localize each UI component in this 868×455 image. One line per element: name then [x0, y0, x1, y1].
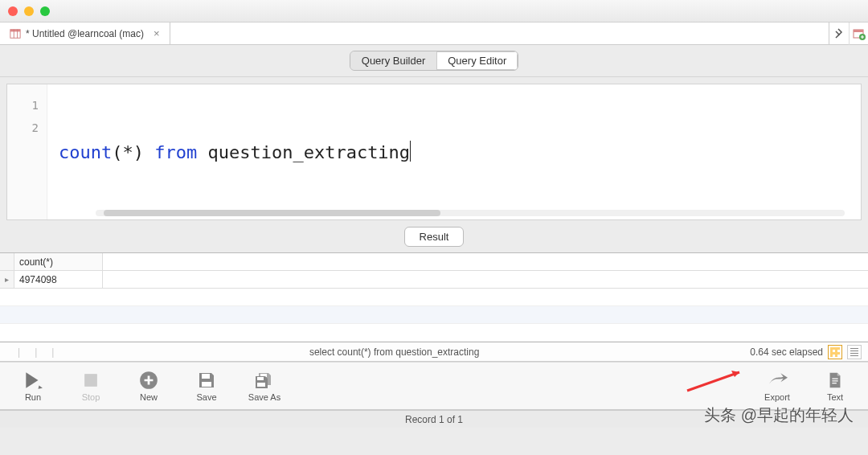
tab-title: * Untitled @learncoal (mac): [26, 28, 144, 39]
run-button[interactable]: Run: [14, 370, 51, 402]
grid-empty-row: [0, 324, 868, 342]
document-icon: [824, 370, 846, 391]
save-as-button[interactable]: Save As: [246, 370, 283, 402]
elapsed-time: 0.64 sec elapsed: [750, 346, 823, 358]
line-number: 1: [7, 94, 47, 117]
text-button[interactable]: Text: [817, 370, 854, 402]
code-text: question_extracting: [197, 142, 410, 162]
share-icon: [766, 370, 788, 391]
document-tab[interactable]: * Untitled @learncoal (mac) ×: [0, 23, 170, 44]
query-infobar: ||| select count(*) from question_extrac…: [0, 342, 868, 362]
record-status: Record 1 of 1: [405, 414, 463, 425]
grid-header-row: count(*): [0, 253, 868, 271]
svg-rect-7: [85, 375, 97, 387]
executed-query-text: select count(*) from question_extracting: [39, 346, 750, 358]
editor-container: 1 2 count(*) from question_extracting: [0, 77, 868, 220]
statusbar: Record 1 of 1: [0, 410, 868, 428]
result-grid: count(*) ▸ 4974098: [0, 252, 868, 342]
row-marker-header: [0, 253, 14, 270]
sql-editor[interactable]: 1 2 count(*) from question_extracting: [6, 84, 862, 220]
field-separators: |||: [6, 346, 39, 358]
line-gutter: 1 2: [7, 84, 47, 219]
svg-rect-12: [257, 377, 264, 380]
text-cursor: [410, 141, 411, 162]
code-keyword: from: [154, 142, 197, 162]
action-toolbar: Run Stop New Save Save As Export: [0, 362, 868, 410]
svg-rect-9: [202, 374, 210, 379]
close-window-button[interactable]: [8, 6, 18, 16]
grid-cell[interactable]: 4974098: [14, 271, 103, 288]
overflow-chevron-icon[interactable]: [829, 23, 849, 45]
grid-view-icon[interactable]: [828, 345, 842, 359]
stop-button: Stop: [72, 370, 109, 402]
save-button[interactable]: Save: [188, 370, 225, 402]
grid-empty-row: [0, 289, 868, 306]
close-tab-icon[interactable]: ×: [154, 27, 160, 39]
play-icon: [22, 370, 44, 391]
maximize-window-button[interactable]: [40, 6, 50, 16]
new-tab-icon[interactable]: [849, 23, 868, 45]
text-view-icon[interactable]: [847, 345, 862, 359]
column-header[interactable]: count(*): [14, 253, 103, 270]
window-titlebar: [0, 0, 868, 23]
svg-rect-13: [257, 383, 265, 387]
scrollbar-thumb[interactable]: [104, 210, 440, 216]
table-icon: [10, 28, 21, 39]
row-marker-icon: ▸: [0, 271, 14, 288]
tab-query-builder[interactable]: Query Builder: [350, 51, 436, 70]
minimize-window-button[interactable]: [24, 6, 34, 16]
tab-query-editor[interactable]: Query Editor: [436, 51, 518, 70]
document-tabs: * Untitled @learncoal (mac) ×: [0, 23, 868, 45]
mode-segmented: Query Builder Query Editor: [350, 51, 518, 71]
svg-rect-10: [202, 382, 211, 387]
plus-circle-icon: [137, 370, 160, 391]
tab-overflow: [829, 23, 868, 44]
svg-rect-1: [10, 29, 20, 31]
new-button[interactable]: New: [130, 370, 167, 402]
horizontal-scrollbar[interactable]: [96, 210, 845, 216]
grid-empty-row: [0, 306, 868, 324]
svg-rect-5: [854, 30, 863, 32]
window-controls: [8, 6, 50, 16]
code-keyword: count: [59, 142, 112, 162]
floppy-multi-icon: [253, 370, 276, 391]
tab-result[interactable]: Result: [404, 227, 465, 247]
floppy-icon: [195, 370, 218, 391]
stop-icon: [80, 370, 102, 391]
code-text: (*): [112, 142, 154, 162]
grid-row[interactable]: ▸ 4974098: [0, 271, 868, 289]
result-tabs: Result: [0, 220, 868, 252]
code-area[interactable]: count(*) from question_extracting: [47, 84, 861, 219]
mode-switch-row: Query Builder Query Editor: [0, 45, 868, 77]
line-number: 2: [7, 117, 47, 139]
export-button[interactable]: Export: [759, 370, 796, 402]
